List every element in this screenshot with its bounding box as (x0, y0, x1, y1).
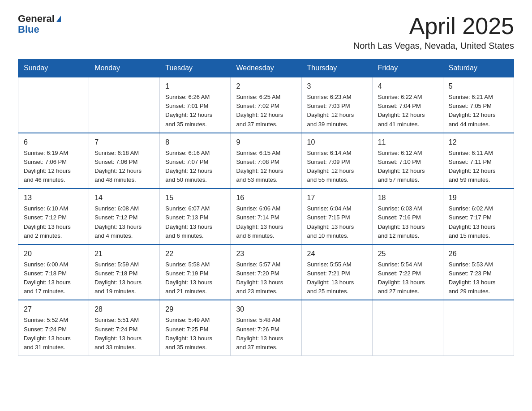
calendar-cell: 18Sunrise: 6:03 AM Sunset: 7:16 PM Dayli… (372, 188, 443, 244)
logo: General Blue (18, 13, 61, 35)
day-number: 4 (378, 81, 438, 92)
calendar-cell: 3Sunrise: 6:23 AM Sunset: 7:03 PM Daylig… (301, 77, 372, 133)
day-number: 19 (449, 193, 508, 203)
day-number: 22 (165, 248, 225, 259)
calendar-cell: 2Sunrise: 6:25 AM Sunset: 7:02 PM Daylig… (231, 77, 301, 133)
calendar-cell: 28Sunrise: 5:51 AM Sunset: 7:24 PM Dayli… (89, 300, 160, 355)
day-number: 23 (236, 248, 296, 259)
day-info: Sunrise: 6:00 AM Sunset: 7:18 PM Dayligh… (24, 260, 83, 296)
day-info: Sunrise: 6:16 AM Sunset: 7:07 PM Dayligh… (165, 149, 225, 185)
day-info: Sunrise: 6:23 AM Sunset: 7:03 PM Dayligh… (307, 93, 367, 129)
day-number: 18 (378, 193, 438, 203)
calendar-cell: 13Sunrise: 6:10 AM Sunset: 7:12 PM Dayli… (18, 188, 89, 244)
day-number: 17 (307, 193, 367, 203)
calendar-header-saturday: Saturday (443, 60, 514, 77)
day-info: Sunrise: 6:10 AM Sunset: 7:12 PM Dayligh… (24, 204, 83, 240)
day-info: Sunrise: 6:03 AM Sunset: 7:16 PM Dayligh… (378, 204, 438, 240)
day-number: 5 (449, 81, 508, 92)
day-info: Sunrise: 6:08 AM Sunset: 7:12 PM Dayligh… (94, 204, 154, 240)
calendar-cell (18, 77, 89, 133)
calendar-cell (443, 300, 514, 355)
day-info: Sunrise: 6:12 AM Sunset: 7:10 PM Dayligh… (378, 149, 438, 185)
calendar-cell: 24Sunrise: 5:55 AM Sunset: 7:21 PM Dayli… (301, 244, 372, 300)
calendar-cell (89, 77, 160, 133)
calendar-week-row: 13Sunrise: 6:10 AM Sunset: 7:12 PM Dayli… (18, 188, 514, 244)
day-number: 20 (24, 248, 83, 259)
calendar-title: April 2025 (353, 13, 514, 39)
day-info: Sunrise: 5:53 AM Sunset: 7:23 PM Dayligh… (449, 260, 508, 296)
logo-triangle-icon (56, 16, 61, 22)
calendar-cell (372, 300, 443, 355)
calendar-header-monday: Monday (89, 60, 160, 77)
calendar-cell: 19Sunrise: 6:02 AM Sunset: 7:17 PM Dayli… (443, 188, 514, 244)
day-info: Sunrise: 6:15 AM Sunset: 7:08 PM Dayligh… (236, 149, 296, 185)
calendar-cell: 4Sunrise: 6:22 AM Sunset: 7:04 PM Daylig… (372, 77, 443, 133)
day-info: Sunrise: 5:59 AM Sunset: 7:18 PM Dayligh… (94, 260, 154, 296)
calendar-cell: 25Sunrise: 5:54 AM Sunset: 7:22 PM Dayli… (372, 244, 443, 300)
day-number: 28 (94, 304, 154, 315)
calendar-cell: 21Sunrise: 5:59 AM Sunset: 7:18 PM Dayli… (89, 244, 160, 300)
day-info: Sunrise: 6:06 AM Sunset: 7:14 PM Dayligh… (236, 204, 296, 240)
day-info: Sunrise: 6:22 AM Sunset: 7:04 PM Dayligh… (378, 93, 438, 129)
day-info: Sunrise: 6:04 AM Sunset: 7:15 PM Dayligh… (307, 204, 367, 240)
day-number: 3 (307, 81, 367, 92)
day-number: 15 (165, 193, 225, 203)
day-info: Sunrise: 5:57 AM Sunset: 7:20 PM Dayligh… (236, 260, 296, 296)
calendar-table: SundayMondayTuesdayWednesdayThursdayFrid… (18, 59, 514, 356)
calendar-cell: 30Sunrise: 5:48 AM Sunset: 7:26 PM Dayli… (231, 300, 301, 355)
day-number: 9 (236, 137, 296, 148)
calendar-week-row: 6Sunrise: 6:19 AM Sunset: 7:06 PM Daylig… (18, 133, 514, 189)
calendar-week-row: 27Sunrise: 5:52 AM Sunset: 7:24 PM Dayli… (18, 300, 514, 355)
day-info: Sunrise: 5:58 AM Sunset: 7:19 PM Dayligh… (165, 260, 225, 296)
calendar-cell: 27Sunrise: 5:52 AM Sunset: 7:24 PM Dayli… (18, 300, 89, 355)
calendar-cell: 12Sunrise: 6:11 AM Sunset: 7:11 PM Dayli… (443, 133, 514, 189)
day-number: 1 (165, 81, 225, 92)
day-info: Sunrise: 6:18 AM Sunset: 7:06 PM Dayligh… (94, 149, 154, 185)
calendar-week-row: 1Sunrise: 6:26 AM Sunset: 7:01 PM Daylig… (18, 77, 514, 133)
day-number: 21 (94, 248, 154, 259)
day-info: Sunrise: 5:55 AM Sunset: 7:21 PM Dayligh… (307, 260, 367, 296)
calendar-cell: 22Sunrise: 5:58 AM Sunset: 7:19 PM Dayli… (160, 244, 231, 300)
day-info: Sunrise: 5:52 AM Sunset: 7:24 PM Dayligh… (24, 316, 83, 352)
logo-general-text: General (18, 13, 55, 24)
day-info: Sunrise: 6:26 AM Sunset: 7:01 PM Dayligh… (165, 93, 225, 129)
calendar-cell: 9Sunrise: 6:15 AM Sunset: 7:08 PM Daylig… (231, 133, 301, 189)
calendar-header-friday: Friday (372, 60, 443, 77)
calendar-header-wednesday: Wednesday (231, 60, 301, 77)
calendar-week-row: 20Sunrise: 6:00 AM Sunset: 7:18 PM Dayli… (18, 244, 514, 300)
day-number: 6 (24, 137, 83, 148)
calendar-cell: 11Sunrise: 6:12 AM Sunset: 7:10 PM Dayli… (372, 133, 443, 189)
calendar-cell: 29Sunrise: 5:49 AM Sunset: 7:25 PM Dayli… (160, 300, 231, 355)
calendar-cell: 14Sunrise: 6:08 AM Sunset: 7:12 PM Dayli… (89, 188, 160, 244)
calendar-cell: 7Sunrise: 6:18 AM Sunset: 7:06 PM Daylig… (89, 133, 160, 189)
day-number: 16 (236, 193, 296, 203)
day-number: 12 (449, 137, 508, 148)
day-info: Sunrise: 5:51 AM Sunset: 7:24 PM Dayligh… (94, 316, 154, 352)
calendar-subtitle: North Las Vegas, Nevada, United States (353, 41, 514, 51)
day-number: 7 (94, 137, 154, 148)
calendar-header-row: SundayMondayTuesdayWednesdayThursdayFrid… (18, 60, 514, 77)
day-info: Sunrise: 6:11 AM Sunset: 7:11 PM Dayligh… (449, 149, 508, 185)
day-info: Sunrise: 6:21 AM Sunset: 7:05 PM Dayligh… (449, 93, 508, 129)
day-info: Sunrise: 5:49 AM Sunset: 7:25 PM Dayligh… (165, 316, 225, 352)
calendar-cell: 26Sunrise: 5:53 AM Sunset: 7:23 PM Dayli… (443, 244, 514, 300)
calendar-cell: 10Sunrise: 6:14 AM Sunset: 7:09 PM Dayli… (301, 133, 372, 189)
day-info: Sunrise: 6:19 AM Sunset: 7:06 PM Dayligh… (24, 149, 83, 185)
day-number: 26 (449, 248, 508, 259)
calendar-cell: 6Sunrise: 6:19 AM Sunset: 7:06 PM Daylig… (18, 133, 89, 189)
day-info: Sunrise: 6:14 AM Sunset: 7:09 PM Dayligh… (307, 149, 367, 185)
calendar-cell: 17Sunrise: 6:04 AM Sunset: 7:15 PM Dayli… (301, 188, 372, 244)
calendar-header-sunday: Sunday (18, 60, 89, 77)
calendar-cell: 15Sunrise: 6:07 AM Sunset: 7:13 PM Dayli… (160, 188, 231, 244)
day-info: Sunrise: 6:02 AM Sunset: 7:17 PM Dayligh… (449, 204, 508, 240)
day-number: 11 (378, 137, 438, 148)
day-info: Sunrise: 6:07 AM Sunset: 7:13 PM Dayligh… (165, 204, 225, 240)
page-header: General Blue April 2025 North Las Vegas,… (18, 13, 514, 51)
day-number: 10 (307, 137, 367, 148)
calendar-cell (301, 300, 372, 355)
calendar-cell: 8Sunrise: 6:16 AM Sunset: 7:07 PM Daylig… (160, 133, 231, 189)
calendar-cell: 1Sunrise: 6:26 AM Sunset: 7:01 PM Daylig… (160, 77, 231, 133)
day-number: 27 (24, 304, 83, 315)
day-info: Sunrise: 5:54 AM Sunset: 7:22 PM Dayligh… (378, 260, 438, 296)
logo-blue-text: Blue (18, 24, 61, 35)
